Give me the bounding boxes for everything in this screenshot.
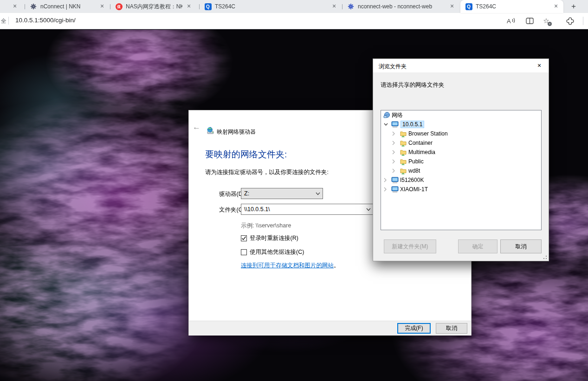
dialog-footer: 完成(F) 取消 <box>189 321 471 336</box>
tree-item-xiaomi-1t[interactable]: XIAOMI-1T <box>381 185 541 194</box>
web-storage-link[interactable]: 连接到可用于存储文档和图片的网站 <box>241 262 334 269</box>
tab-title: TS264C <box>215 3 328 10</box>
browse-folder-dialog: 浏览文件夹 × 请选择共享的网络文件夹 网络 10.0.5.1 <box>373 58 549 261</box>
close-icon[interactable]: × <box>535 61 544 71</box>
resize-grip[interactable] <box>542 254 547 259</box>
tree-item-public[interactable]: Public <box>381 157 541 166</box>
extensions-icon[interactable] <box>564 16 575 26</box>
tab-nconnect-nkn[interactable]: nConnect | NKN × <box>25 0 110 13</box>
link-suffix: 。 <box>334 262 340 269</box>
qnap-icon: Q <box>204 3 212 10</box>
tree-item-browser-station[interactable]: Browser Station <box>381 129 541 138</box>
computer-icon <box>391 121 399 128</box>
tree-label: XIAOMI-1T <box>400 186 428 193</box>
split-screen-icon[interactable] <box>524 16 535 26</box>
nkn-flower-icon <box>30 3 37 10</box>
network-tree: 网络 10.0.5.1 Browser Station <box>381 110 542 230</box>
tab-close-icon[interactable]: × <box>448 3 456 10</box>
tab-close-icon[interactable]: × <box>98 3 106 10</box>
toolbar-separator <box>583 17 583 25</box>
tab-close-icon[interactable]: × <box>552 3 560 10</box>
tab-title: nconnect-web - nconnect-web <box>358 3 446 10</box>
web-storage-link-row: 连接到可用于存储文档和图片的网站。 <box>241 262 340 270</box>
tree-item-network[interactable]: 网络 <box>381 110 541 120</box>
address-input[interactable]: 10.0.5.1:5000/cgi-bin/ <box>15 17 76 24</box>
chevron-down-icon <box>316 192 320 195</box>
tab-ts264c-active[interactable]: Q TS264C × <box>460 0 563 13</box>
tree-item-container[interactable]: Container <box>381 138 541 148</box>
shared-folder-icon <box>400 149 407 156</box>
tree-item-multimedia[interactable]: Multimedia <box>381 148 541 157</box>
shared-folder-icon <box>400 158 407 165</box>
tab-title: TS264C <box>476 3 549 10</box>
dialog-prompt: 请选择共享的网络文件夹 <box>381 81 445 89</box>
dialog-heading: 要映射的网络文件夹: <box>205 149 287 161</box>
tree-label-selected: 10.0.5.1 <box>401 121 424 128</box>
chevron-right-icon[interactable] <box>384 178 388 182</box>
cancel-button[interactable]: 取消 <box>436 323 467 334</box>
svg-text:A: A <box>507 18 511 25</box>
drive-value: Z: <box>244 190 249 197</box>
tab-nas-tutorial[interactable]: 值 NAS内网穿透教程：NKN，DDN × <box>110 0 199 13</box>
folder-example-text: 示例: \\server\share <box>241 222 291 230</box>
dialog-titlebar[interactable]: 浏览文件夹 × <box>373 59 549 72</box>
tree-label: Public <box>408 158 424 165</box>
new-tab-button[interactable]: + <box>568 1 579 12</box>
tab-partial[interactable]: × <box>0 0 24 13</box>
drive-select[interactable]: Z: <box>241 188 323 199</box>
chevron-down-icon[interactable] <box>384 123 388 126</box>
chevron-right-icon[interactable] <box>392 168 397 173</box>
reconnect-checkbox-row: 登录时重新连接(R) <box>241 234 298 242</box>
ok-button: 确定 <box>458 239 498 253</box>
network-icon <box>383 112 390 119</box>
chevron-right-icon[interactable] <box>392 150 397 155</box>
tree-label: Container <box>408 140 433 146</box>
shared-folder-icon <box>400 140 407 147</box>
read-aloud-icon[interactable]: A <box>505 16 517 26</box>
tree-label: Browser Station <box>408 130 448 137</box>
chevron-right-icon[interactable] <box>392 159 397 164</box>
tab-close-icon[interactable]: × <box>185 3 193 10</box>
finish-button[interactable]: 完成(F) <box>397 323 431 334</box>
dialog-title: 浏览文件夹 <box>379 63 407 71</box>
tree-item-wd8t[interactable]: wd8t <box>381 166 541 175</box>
add-favorite-icon[interactable]: ☆+ <box>541 16 552 26</box>
tree-item-10-0-5-1[interactable]: 10.0.5.1 <box>381 120 541 129</box>
back-arrow-icon[interactable]: ← <box>193 123 200 132</box>
computer-icon <box>391 177 399 183</box>
tab-close-icon[interactable]: × <box>11 3 19 10</box>
folder-value: \\10.0.5.1\ <box>244 206 270 213</box>
tab-nconnect-web[interactable]: nconnect-web - nconnect-web × <box>342 0 459 13</box>
computer-icon <box>391 186 399 193</box>
shared-folder-icon <box>400 130 407 137</box>
dialog-instruction: 请为连接指定驱动器号，以及你要连接的文件夹: <box>205 168 329 176</box>
qnap-icon: Q <box>465 3 472 10</box>
tab-title: NAS内网穿透教程：NKN，DDN <box>126 3 182 11</box>
checkbox-checked[interactable] <box>241 235 247 241</box>
cancel-button[interactable]: 取消 <box>500 239 542 253</box>
chevron-right-icon[interactable] <box>392 131 397 136</box>
address-separator <box>8 17 9 25</box>
checkbox-unchecked[interactable] <box>241 249 247 255</box>
smzdm-icon: 值 <box>115 3 123 10</box>
chevron-right-icon[interactable] <box>384 187 388 192</box>
tree-label: wd8t <box>408 168 420 174</box>
credentials-label: 使用其他凭据连接(C) <box>250 248 304 256</box>
folder-input[interactable]: \\10.0.5.1\ <box>241 204 374 215</box>
chevron-right-icon[interactable] <box>392 141 397 145</box>
dialog-title: 映射网络驱动器 <box>217 128 256 136</box>
browser-toolbar: 全 10.0.5.1:5000/cgi-bin/ A ☆+ <box>0 13 588 29</box>
browser-tab-strip: × nConnect | NKN × 值 NAS内网穿透教程：NKN，DDN ×… <box>0 0 588 13</box>
reconnect-label: 登录时重新连接(R) <box>250 234 298 242</box>
shared-folder-icon <box>400 168 407 174</box>
tab-ts264c[interactable]: Q TS264C × <box>200 0 342 13</box>
new-folder-button: 新建文件夹(M) <box>384 239 436 253</box>
tree-item-i512600k[interactable]: I512600K <box>381 175 541 185</box>
tree-label: Multimedia <box>408 149 435 155</box>
tree-label: I512600K <box>400 177 424 183</box>
chevron-down-icon[interactable] <box>366 208 371 211</box>
security-label-partial: 全 <box>1 17 6 25</box>
nkn-flower-icon <box>347 3 355 10</box>
tree-label: 网络 <box>392 111 403 119</box>
tab-close-icon[interactable]: × <box>330 3 338 10</box>
